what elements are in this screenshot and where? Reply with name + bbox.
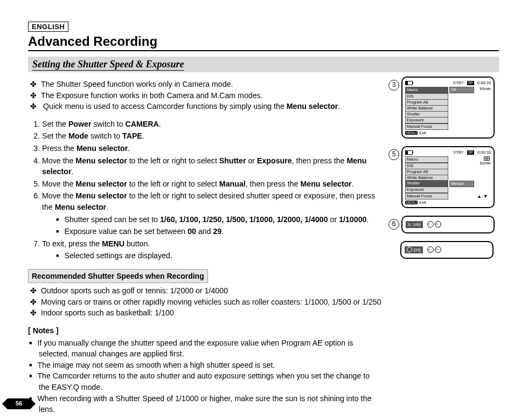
- exit-label: Exit: [419, 131, 426, 135]
- rec-item: Moving cars or trains or other rapidly m…: [42, 297, 382, 308]
- text-span: Quick menu is used to access Camcorder f…: [43, 102, 287, 111]
- intro-item: Quick menu is used to access Camcorder f…: [42, 101, 382, 112]
- sp-badge: SP: [467, 150, 474, 155]
- quick-menu: MacroOffDISProgram AEWhite BalanceShutte…: [405, 87, 474, 129]
- note-item: When recording with a Shutter Speed of 1…: [39, 393, 382, 415]
- note-item: The image may not seem as smooth when a …: [39, 360, 382, 371]
- step-circle-3: 3: [388, 80, 399, 91]
- exposure-value-label: [29]: [405, 246, 423, 253]
- step-4: Move the Menu selector to the left or ri…: [42, 155, 382, 177]
- note-item: The Camcorder returns to the auto shutte…: [39, 370, 382, 393]
- recommended-list: Outdoor sports such as golf or tennis: 1…: [28, 285, 382, 319]
- lcd-screen-5: STBY SP 0:00:10 MacroDISProgram AEWhite …: [401, 146, 495, 208]
- minus-icon: −: [427, 221, 434, 228]
- language-tag: ENGLISH: [28, 22, 68, 32]
- step-6: Move the Menu selector to the left or ri…: [42, 190, 382, 237]
- plus-icon: +: [435, 246, 441, 253]
- battery-icon: [405, 150, 413, 155]
- minus-icon: −: [427, 246, 434, 253]
- lcd-screen-3: STBY SP 0:00:10 MacroOffDISProgram AEWhi…: [401, 77, 495, 139]
- nav-arrows-icon: ▲ ▼: [474, 194, 491, 199]
- time-counter: 0:00:10: [477, 81, 491, 85]
- plus-icon: +: [435, 221, 441, 228]
- menu-button-icon: MENU: [405, 131, 418, 135]
- step-6-sub: Shutter speed can be set to 1/60, 1/100,…: [67, 214, 382, 225]
- recommended-heading: Recommended Shutter Speeds when Recordin…: [28, 269, 208, 283]
- steps-list: Set the Power switch to CAMERA. Set the …: [28, 119, 382, 261]
- plus-minus-icons: −+: [426, 221, 441, 228]
- step-1: Set the Power switch to CAMERA.: [42, 119, 382, 130]
- rec-item: Outdoor sports such as golf or tennis: 1…: [42, 285, 382, 297]
- step-circle-6: 6: [388, 219, 399, 230]
- page-number-badge: 56: [8, 398, 30, 409]
- step-circle-5: 5: [388, 149, 399, 160]
- step-7-sub: Selected settings are displayed.: [67, 250, 382, 261]
- lcd-screen-6-exposure: [29] −+: [400, 241, 494, 259]
- step-6-sub: Exposure value can be set between 00 and…: [67, 226, 382, 237]
- battery-icon: [405, 81, 413, 85]
- notes-heading: [ Notes ]: [28, 325, 382, 336]
- section-subtitle-bar: Setting the Shutter Speed & Exposure: [28, 57, 499, 72]
- exit-label: Exit: [419, 201, 426, 205]
- time-counter: 0:00:10: [477, 150, 491, 155]
- plus-minus-icons: −+: [426, 246, 441, 253]
- intro-item: The Shutter Speed function works only in…: [42, 79, 382, 90]
- quick-menu: MacroDISProgram AEWhite BalanceShutterMa…: [405, 157, 474, 199]
- shutter-value-label: S. 1/60: [406, 221, 423, 228]
- menu-button-icon: MENU: [405, 201, 418, 204]
- rec-item: Indoor sports such as basketball: 1/100: [42, 307, 382, 319]
- section-subtitle: Setting the Shutter Speed & Exposure: [32, 59, 184, 71]
- sp-badge: SP: [467, 81, 474, 85]
- tape-remain: 60min: [474, 156, 491, 166]
- step-3: Press the Menu selector.: [42, 143, 382, 154]
- lcd-screen-6-shutter: S. 1/60 −+: [401, 216, 495, 233]
- intro-list: The Shutter Speed function works only in…: [28, 79, 382, 112]
- step-7: To exit, press the MENU button. Selected…: [42, 238, 382, 261]
- menu-selector-label: Menu selector: [287, 102, 338, 111]
- tape-icon: [484, 156, 490, 161]
- page-title: Advanced Recording: [28, 34, 499, 51]
- step-2: Set the Mode switch to TAPE.: [42, 130, 382, 142]
- note-item: If you manually change the shutter speed…: [39, 338, 382, 360]
- tape-remain: 60min: [474, 87, 491, 91]
- step-5: Move the Menu selector to the left or ri…: [42, 178, 382, 190]
- stby-label: STBY: [453, 150, 464, 155]
- stby-label: STBY: [453, 81, 464, 85]
- intro-item: The Exposure function works in both Came…: [42, 90, 382, 101]
- notes-list: If you manually change the shutter speed…: [28, 338, 382, 415]
- exposure-icon: [407, 247, 412, 252]
